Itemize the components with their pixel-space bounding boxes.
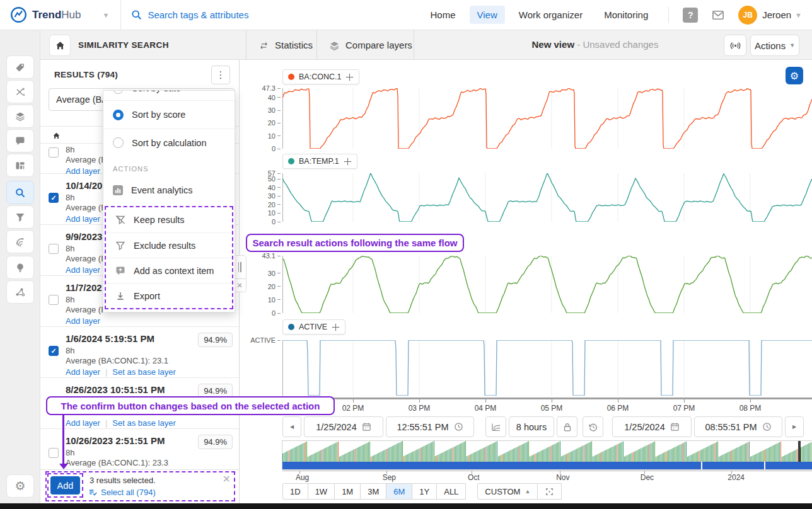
start-time-value: 12:55:51 PM: [397, 422, 448, 432]
add-layer-link[interactable]: Add layer: [66, 265, 100, 275]
add-layer-link[interactable]: Add layer: [66, 316, 100, 326]
set-as-base-layer-link[interactable]: Set as base layer: [112, 367, 175, 377]
zoom-preset-6m[interactable]: 6M: [386, 483, 412, 500]
menu-item-export[interactable]: Export: [106, 283, 232, 308]
tab-statistics[interactable]: Statistics: [250, 30, 322, 60]
sidebar-item-search[interactable]: [6, 181, 34, 204]
menu-item-sort-by-calculation[interactable]: Sort by calculation: [103, 129, 235, 156]
zoom-preset-all[interactable]: ALL: [436, 483, 466, 500]
tab-compare-layers[interactable]: Compare layers: [320, 30, 421, 60]
custom-range-button[interactable]: [537, 483, 562, 500]
set-as-base-layer-link[interactable]: Set as base layer: [112, 418, 175, 428]
help-button[interactable]: ?: [683, 8, 698, 23]
add-layer-link[interactable]: Add layer: [66, 214, 100, 224]
result-checkbox[interactable]: ✓: [49, 346, 59, 356]
move-icon[interactable]: [345, 73, 354, 81]
sidebar-item-formula[interactable]: [6, 80, 34, 103]
sidebar-item-graph[interactable]: [6, 280, 34, 304]
search-icon: [131, 9, 142, 20]
radio-unselected[interactable]: [113, 137, 124, 148]
mini-timeline-selection[interactable]: [282, 462, 812, 469]
move-icon[interactable]: [332, 323, 340, 331]
y-tick-label: 10: [245, 132, 281, 140]
view-name: New view - Unsaved changes: [482, 39, 709, 50]
nav-item-home[interactable]: Home: [422, 6, 463, 24]
sidebar-item-comment[interactable]: [6, 129, 34, 152]
user-chevron-down-icon: ▼: [795, 11, 802, 19]
add-layer-link[interactable]: Add layer: [66, 367, 100, 377]
results-menu-button[interactable]: ⋮: [211, 66, 230, 84]
radio-selected[interactable]: [113, 110, 124, 120]
result-checkbox[interactable]: [49, 448, 59, 458]
brand-chevron-down-icon[interactable]: ▼: [102, 11, 109, 19]
x-tick-label: 03 PM: [400, 404, 438, 413]
sidebar-item-lightbulb[interactable]: [6, 256, 34, 279]
start-time-field[interactable]: 12:55:51 PM: [386, 416, 474, 437]
result-checkbox[interactable]: ✓: [49, 193, 59, 203]
zoom-preset-1y[interactable]: 1Y: [412, 483, 437, 500]
result-checkbox[interactable]: [49, 244, 59, 254]
trendhub-logo-icon: [10, 6, 27, 23]
legend-BA:TEMP.1[interactable]: BA:TEMP.1: [282, 154, 357, 169]
end-time-field[interactable]: 08:55:51 PM: [694, 416, 782, 437]
zoom-preset-1d[interactable]: 1D: [282, 483, 308, 500]
mail-icon: [712, 9, 724, 21]
legend-BA:CONC.1[interactable]: BA:CONC.1: [282, 69, 359, 84]
selection-gap: [764, 462, 765, 469]
move-icon[interactable]: [344, 157, 352, 166]
menu-clip: Sort by date: [103, 91, 235, 101]
sidebar-item-dashboard[interactable]: [6, 154, 34, 177]
brand-logo[interactable]: TrendHub ▼: [10, 6, 109, 23]
nav-item-work-organizer[interactable]: Work organizer: [511, 6, 590, 24]
menu-item-keep-results[interactable]: Keep results: [106, 207, 232, 232]
result-links: Add layer: [66, 315, 231, 326]
zoom-preset-1m[interactable]: 1M: [334, 483, 361, 500]
y-tick-label: 20: [245, 119, 281, 127]
nav-item-view[interactable]: View: [470, 6, 505, 24]
radio-unselected[interactable]: [113, 91, 124, 94]
start-date-field[interactable]: 1/25/2024: [304, 416, 383, 437]
menu-item-add-as-context-item[interactable]: Add as context item: [106, 258, 232, 283]
add-button[interactable]: Add: [50, 476, 80, 495]
sidebar-item-settings[interactable]: ⚙: [6, 474, 34, 498]
nav-item-monitoring[interactable]: Monitoring: [596, 6, 656, 24]
mail-button[interactable]: [712, 9, 724, 21]
home-tab[interactable]: [49, 35, 71, 56]
chart-settings-button[interactable]: ⚙: [786, 67, 803, 84]
actions-button[interactable]: Actions▼: [750, 35, 799, 56]
duration-select[interactable]: 8 hours: [509, 416, 554, 437]
menu-item-sort-by-date[interactable]: Sort by date: [103, 91, 235, 101]
dashboard-icon: [15, 161, 25, 171]
sidebar-item-funnel[interactable]: [6, 205, 34, 229]
menu-item-label: Sort by calculation: [132, 138, 206, 148]
zoom-preset-1w[interactable]: 1W: [308, 483, 335, 500]
close-icon[interactable]: ✕: [223, 473, 231, 485]
legend-ACTIVE[interactable]: ACTIVE: [282, 319, 345, 335]
sidebar-item-layers[interactable]: [6, 105, 34, 128]
select-all-link[interactable]: Select all (794): [88, 487, 156, 497]
menu-item-exclude-results[interactable]: Exclude results: [106, 232, 232, 258]
menu-item-sort-by-score[interactable]: Sort by score: [103, 101, 235, 129]
end-date-field[interactable]: 1/25/2024: [612, 416, 692, 437]
funnelslash-icon: [115, 215, 125, 225]
compare-trends-button[interactable]: [485, 416, 506, 437]
mini-timeline[interactable]: [282, 440, 812, 470]
pan-right-button[interactable]: ▶: [785, 416, 804, 437]
result-checkbox[interactable]: [49, 147, 59, 157]
pan-left-button[interactable]: ◀: [282, 416, 301, 437]
search-input[interactable]: [148, 9, 349, 20]
broadcast-button[interactable]: [724, 35, 746, 56]
history-button[interactable]: [583, 416, 603, 437]
month-label: 2024: [728, 473, 745, 482]
menu-item-event-analytics[interactable]: Event analytics: [103, 176, 235, 204]
add-layer-link[interactable]: Add layer: [66, 418, 100, 428]
lock-duration-button[interactable]: [557, 416, 577, 437]
zoom-preset-3m[interactable]: 3M: [360, 483, 386, 500]
result-checkbox[interactable]: [49, 295, 59, 305]
caret-up-icon: ▲: [525, 488, 530, 495]
sidebar-item-fingerprint[interactable]: [6, 230, 34, 253]
user-menu[interactable]: JB Jeroen ▼: [738, 6, 802, 25]
x-tick-mark: [419, 399, 420, 403]
zoom-preset-custom[interactable]: CUSTOM▲: [477, 483, 538, 500]
sidebar-item-tag[interactable]: [6, 55, 34, 79]
